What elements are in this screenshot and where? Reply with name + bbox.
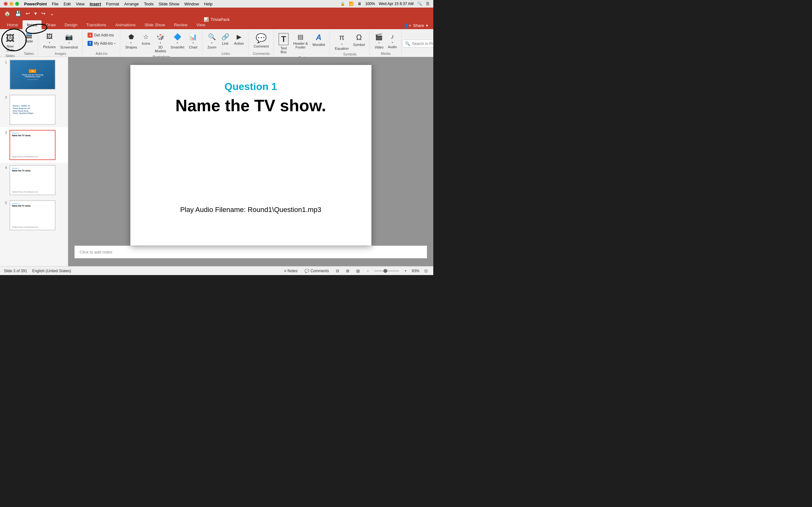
tab-slideshow[interactable]: Slide Show: [140, 20, 169, 29]
slide-thumb-4[interactable]: 4 Question 2 Name the TV show. Play Audi…: [0, 163, 68, 198]
search-input[interactable]: [412, 42, 433, 46]
action-button[interactable]: ▶ Action: [232, 32, 246, 47]
tab-transitions[interactable]: Transitions: [82, 20, 111, 29]
app-menu[interactable]: PowerPoint: [24, 2, 47, 6]
search-icon[interactable]: 🔍: [417, 2, 422, 6]
maximize-button[interactable]: +: [15, 2, 19, 6]
zoom-slider[interactable]: [374, 270, 399, 272]
home-button[interactable]: 🏠: [3, 9, 12, 17]
3dmodels-icon: 🎲: [156, 33, 164, 41]
zoom-icon: 🔍: [208, 33, 216, 41]
get-addins-button[interactable]: + Get Add-ins: [86, 32, 116, 39]
table-button[interactable]: Table: [22, 32, 35, 44]
slide-num-4: 4: [3, 165, 7, 170]
slideshow-menu[interactable]: Slide Show: [159, 2, 179, 6]
file-menu[interactable]: File: [52, 2, 59, 6]
reading-view-button[interactable]: ▤: [354, 268, 362, 274]
mac-menubar: ✕ − + PowerPoint File Edit View Insert F…: [0, 0, 433, 8]
slide-sorter-button[interactable]: ⊞: [344, 268, 351, 274]
slide-thumb-1[interactable]: 1 10 Thank you for choosingTriviaPacks.c…: [0, 57, 68, 92]
undo-dropdown[interactable]: ▾: [33, 9, 38, 17]
quick-access-toolbar: 🏠 💾 ↩ ▾ ↪ ⌄ 📊 TriviaPack: [0, 8, 433, 19]
tab-review[interactable]: Review: [169, 20, 192, 29]
search-in-presentation[interactable]: 🔍: [402, 40, 433, 48]
pictures-button[interactable]: 🖼 ▾ Pictures: [41, 32, 58, 50]
chart-button[interactable]: 📊 ▾ Chart: [187, 32, 200, 50]
redo-button[interactable]: ↪: [40, 9, 47, 17]
normal-view-button[interactable]: ⊟: [334, 268, 341, 274]
my-addins-button[interactable]: T My Add-ins ▾: [86, 40, 117, 47]
fit-slide-button[interactable]: ⊡: [422, 268, 429, 274]
comments-toggle-button[interactable]: 💬 Comments: [303, 268, 331, 274]
screenshot-button[interactable]: 📷 ▾ Screenshot: [58, 32, 80, 50]
help-menu[interactable]: Help: [204, 2, 212, 6]
slide-thumb-2[interactable]: 2 Round 1 - AUDIO: TVTheme Song Fun (TVS…: [0, 92, 68, 127]
window-menu[interactable]: Window: [184, 2, 199, 6]
ribbon-group-links: 🔍 ▾ Zoom 🔗 Link ▶ Action Links: [203, 31, 249, 57]
tools-menu[interactable]: Tools: [144, 2, 154, 6]
minimize-button[interactable]: −: [9, 2, 13, 6]
undo-button[interactable]: ↩: [24, 9, 32, 17]
slide-canvas[interactable]: Question 1 Name the TV show. Play Audio …: [131, 65, 371, 245]
notes-area[interactable]: Click to add notes: [74, 245, 427, 258]
video-button[interactable]: 🎬 ▾ Video: [373, 32, 386, 50]
equation-icon: π: [339, 33, 345, 42]
edit-menu[interactable]: Edit: [63, 2, 70, 6]
arrange-menu[interactable]: Arrange: [124, 2, 139, 6]
tab-animations[interactable]: Animations: [111, 20, 140, 29]
shapes-button[interactable]: ⬟ ▾ Shapes: [123, 32, 139, 50]
comment-icon: 💬: [256, 33, 267, 43]
link-button[interactable]: 🔗 Link: [219, 32, 232, 47]
smartart-icon: 🔷: [173, 33, 182, 41]
headerfooter-button[interactable]: ▤ Header &Footer: [291, 32, 310, 50]
ribbon-group-table: Table Tables: [20, 31, 38, 57]
zoom-button[interactable]: 🔍 ▾ Zoom: [206, 32, 218, 50]
zoom-in-button[interactable]: +: [403, 268, 409, 274]
customize-qa[interactable]: ⌄: [48, 9, 55, 17]
close-button[interactable]: ✕: [4, 2, 8, 6]
slide-thumb-5[interactable]: 5 Question 3 Name the TV show. Play Audi…: [0, 198, 68, 233]
lock-icon: 🔒: [340, 2, 345, 6]
format-menu[interactable]: Format: [106, 2, 119, 6]
textbox-button[interactable]: T TextBox: [276, 32, 291, 55]
slide4-q-title: Name the TV show.: [12, 170, 53, 172]
equation-button[interactable]: π ▾ Equation: [333, 32, 351, 52]
ribbon-group-slides: 🖼 NewSlide Slides: [1, 31, 19, 57]
chart-icon: 📊: [189, 33, 197, 41]
view-menu[interactable]: View: [76, 2, 85, 6]
ribbon-group-addins: + Get Add-ins T My Add-ins ▾ Add-ins: [83, 31, 120, 57]
tab-design[interactable]: Design: [60, 20, 82, 29]
slide-preview-1: 10 Thank you for choosingTriviaPacks.com…: [9, 60, 55, 90]
links-items: 🔍 ▾ Zoom 🔗 Link ▶ Action: [206, 31, 246, 51]
tab-draw[interactable]: Draw: [42, 20, 60, 29]
notes-toggle-button[interactable]: ≡ Notes: [282, 268, 299, 274]
slide5-q-title: Name the TV show.: [12, 205, 53, 207]
wifi-icon: 📶: [349, 2, 354, 6]
insert-menu[interactable]: Insert: [90, 2, 101, 6]
new-slide-button[interactable]: 🖼 NewSlide: [4, 32, 16, 53]
slides-items: 🖼 NewSlide: [4, 31, 16, 53]
tab-insert[interactable]: Insert: [22, 20, 42, 29]
status-bar-right: ≡ Notes 💬 Comments ⊟ ⊞ ▤ − + 93% ⊡: [282, 268, 429, 274]
symbol-button[interactable]: Ω Symbol: [351, 32, 367, 48]
audio-button[interactable]: ♪ ▾ Audio: [386, 32, 399, 50]
icons-icon: ☆: [143, 33, 149, 41]
action-icon: ▶: [237, 33, 241, 41]
slide-thumb-3[interactable]: 3 Question 1 Name the TV show. Play Audi…: [0, 127, 68, 163]
wordart-button[interactable]: A WordArt: [310, 32, 327, 48]
shapes-icon: ⬟: [129, 33, 134, 41]
zoom-out-button[interactable]: −: [365, 268, 371, 274]
3dmodels-button[interactable]: 🎲 ▾ 3DModels: [153, 32, 168, 54]
save-button[interactable]: 💾: [13, 9, 23, 17]
icons-button[interactable]: ☆ Icons: [140, 32, 152, 47]
pictures-icon: 🖼: [46, 33, 53, 40]
tab-home[interactable]: Home: [3, 20, 22, 29]
share-button[interactable]: 👤+ Share ▾: [401, 22, 431, 29]
slide-num-2: 2: [3, 95, 7, 99]
control-center-icon[interactable]: ☰: [426, 2, 429, 6]
smartart-button[interactable]: 🔷 ▾ SmartArt: [169, 32, 186, 50]
battery-percent: 100%: [365, 2, 375, 6]
slide-info: Slide 3 of 391: [4, 269, 27, 273]
addins-items: + Get Add-ins T My Add-ins ▾: [86, 31, 117, 51]
comment-button[interactable]: 💬 Comment: [252, 32, 271, 49]
